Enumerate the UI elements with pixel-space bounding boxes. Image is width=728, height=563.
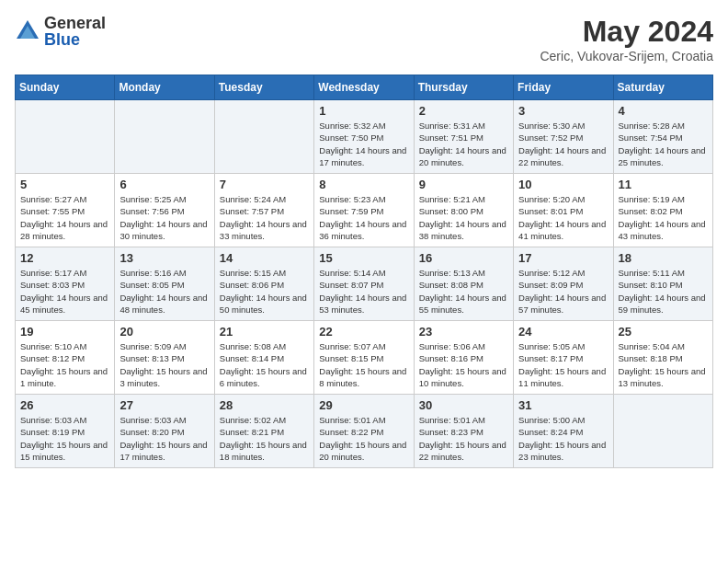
weekday-header-tuesday: Tuesday — [214, 75, 313, 100]
calendar-cell: 13Sunrise: 5:16 AM Sunset: 8:05 PM Dayli… — [115, 247, 214, 321]
calendar-table: SundayMondayTuesdayWednesdayThursdayFrid… — [15, 75, 713, 468]
day-number: 8 — [319, 178, 408, 191]
logo-blue: Blue — [44, 31, 106, 48]
calendar-week-5: 26Sunrise: 5:03 AM Sunset: 8:19 PM Dayli… — [16, 395, 713, 468]
day-number: 1 — [319, 104, 408, 118]
day-number: 22 — [319, 325, 408, 339]
day-info: Sunrise: 5:03 AM Sunset: 8:20 PM Dayligh… — [119, 414, 209, 463]
calendar-cell: 25Sunrise: 5:04 AM Sunset: 8:18 PM Dayli… — [613, 321, 712, 395]
calendar-week-3: 12Sunrise: 5:17 AM Sunset: 8:03 PM Dayli… — [16, 247, 713, 321]
day-info: Sunrise: 5:16 AM Sunset: 8:05 PM Dayligh… — [119, 267, 209, 316]
calendar-body: 1Sunrise: 5:32 AM Sunset: 7:50 PM Daylig… — [16, 100, 713, 468]
day-info: Sunrise: 5:01 AM Sunset: 8:23 PM Dayligh… — [419, 414, 508, 463]
day-number: 14 — [220, 251, 309, 265]
calendar-week-4: 19Sunrise: 5:10 AM Sunset: 8:12 PM Dayli… — [16, 321, 713, 395]
day-number: 13 — [119, 251, 209, 265]
day-number: 2 — [419, 104, 508, 118]
day-number: 19 — [20, 325, 109, 339]
calendar-cell: 5Sunrise: 5:27 AM Sunset: 7:55 PM Daylig… — [16, 174, 115, 247]
day-number: 28 — [220, 398, 309, 412]
calendar-cell: 23Sunrise: 5:06 AM Sunset: 8:16 PM Dayli… — [414, 321, 513, 395]
day-info: Sunrise: 5:31 AM Sunset: 7:51 PM Dayligh… — [419, 120, 508, 168]
logo-text: General Blue — [44, 15, 106, 48]
day-info: Sunrise: 5:30 AM Sunset: 7:52 PM Dayligh… — [518, 120, 608, 168]
day-info: Sunrise: 5:24 AM Sunset: 7:57 PM Dayligh… — [220, 193, 309, 242]
day-number: 16 — [419, 251, 508, 265]
calendar-cell: 29Sunrise: 5:01 AM Sunset: 8:22 PM Dayli… — [314, 395, 414, 468]
calendar-cell: 1Sunrise: 5:32 AM Sunset: 7:50 PM Daylig… — [314, 100, 414, 174]
day-info: Sunrise: 5:21 AM Sunset: 8:00 PM Dayligh… — [419, 193, 508, 242]
day-info: Sunrise: 5:32 AM Sunset: 7:50 PM Dayligh… — [319, 120, 408, 168]
calendar-cell — [115, 100, 214, 174]
day-number: 9 — [419, 178, 508, 191]
day-number: 25 — [619, 325, 708, 339]
day-number: 10 — [518, 178, 608, 191]
calendar-header: SundayMondayTuesdayWednesdayThursdayFrid… — [16, 75, 713, 100]
calendar-cell: 8Sunrise: 5:23 AM Sunset: 7:59 PM Daylig… — [314, 174, 414, 247]
day-info: Sunrise: 5:17 AM Sunset: 8:03 PM Dayligh… — [20, 267, 109, 316]
calendar-cell: 2Sunrise: 5:31 AM Sunset: 7:51 PM Daylig… — [414, 100, 513, 174]
day-number: 6 — [119, 178, 209, 191]
calendar-cell: 30Sunrise: 5:01 AM Sunset: 8:23 PM Dayli… — [414, 395, 513, 468]
day-number: 26 — [20, 398, 109, 412]
day-info: Sunrise: 5:10 AM Sunset: 8:12 PM Dayligh… — [20, 340, 109, 389]
day-info: Sunrise: 5:00 AM Sunset: 8:24 PM Dayligh… — [518, 414, 608, 463]
day-number: 18 — [619, 251, 708, 265]
day-number: 11 — [619, 178, 708, 191]
calendar-cell: 11Sunrise: 5:19 AM Sunset: 8:02 PM Dayli… — [613, 174, 712, 247]
day-number: 23 — [419, 325, 508, 339]
calendar-cell: 31Sunrise: 5:00 AM Sunset: 8:24 PM Dayli… — [514, 395, 613, 468]
calendar-cell: 10Sunrise: 5:20 AM Sunset: 8:01 PM Dayli… — [514, 174, 613, 247]
weekday-header-friday: Friday — [514, 75, 613, 100]
day-info: Sunrise: 5:15 AM Sunset: 8:06 PM Dayligh… — [220, 267, 309, 316]
day-info: Sunrise: 5:27 AM Sunset: 7:55 PM Dayligh… — [20, 193, 109, 242]
day-info: Sunrise: 5:09 AM Sunset: 8:13 PM Dayligh… — [119, 340, 209, 389]
day-number: 20 — [119, 325, 209, 339]
calendar-cell — [16, 100, 115, 174]
day-number: 4 — [619, 104, 708, 118]
weekday-header-sunday: Sunday — [16, 75, 115, 100]
calendar-cell: 12Sunrise: 5:17 AM Sunset: 8:03 PM Dayli… — [16, 247, 115, 321]
calendar-cell: 9Sunrise: 5:21 AM Sunset: 8:00 PM Daylig… — [414, 174, 513, 247]
logo-general: General — [44, 15, 106, 31]
day-number: 27 — [119, 398, 209, 412]
weekday-header-thursday: Thursday — [414, 75, 513, 100]
calendar-week-2: 5Sunrise: 5:27 AM Sunset: 7:55 PM Daylig… — [16, 174, 713, 247]
day-number: 5 — [20, 178, 109, 191]
day-info: Sunrise: 5:12 AM Sunset: 8:09 PM Dayligh… — [518, 267, 608, 316]
day-info: Sunrise: 5:19 AM Sunset: 8:02 PM Dayligh… — [619, 193, 708, 242]
day-info: Sunrise: 5:04 AM Sunset: 8:18 PM Dayligh… — [619, 340, 708, 389]
day-number: 24 — [518, 325, 608, 339]
calendar-title: May 2024 — [540, 15, 713, 49]
calendar-cell: 18Sunrise: 5:11 AM Sunset: 8:10 PM Dayli… — [613, 247, 712, 321]
day-number: 17 — [518, 251, 608, 265]
page-header: General Blue May 2024 Ceric, Vukovar-Sri… — [15, 15, 713, 63]
weekday-header-wednesday: Wednesday — [314, 75, 414, 100]
calendar-cell: 7Sunrise: 5:24 AM Sunset: 7:57 PM Daylig… — [214, 174, 313, 247]
day-number: 3 — [518, 104, 608, 118]
day-number: 21 — [220, 325, 309, 339]
day-info: Sunrise: 5:25 AM Sunset: 7:56 PM Dayligh… — [119, 193, 209, 242]
day-info: Sunrise: 5:01 AM Sunset: 8:22 PM Dayligh… — [319, 414, 408, 463]
day-info: Sunrise: 5:08 AM Sunset: 8:14 PM Dayligh… — [220, 340, 309, 389]
day-info: Sunrise: 5:23 AM Sunset: 7:59 PM Dayligh… — [319, 193, 408, 242]
header-row: SundayMondayTuesdayWednesdayThursdayFrid… — [16, 75, 713, 100]
calendar-cell: 14Sunrise: 5:15 AM Sunset: 8:06 PM Dayli… — [214, 247, 313, 321]
day-info: Sunrise: 5:06 AM Sunset: 8:16 PM Dayligh… — [419, 340, 508, 389]
calendar-cell: 22Sunrise: 5:07 AM Sunset: 8:15 PM Dayli… — [314, 321, 414, 395]
day-info: Sunrise: 5:13 AM Sunset: 8:08 PM Dayligh… — [419, 267, 508, 316]
calendar-week-1: 1Sunrise: 5:32 AM Sunset: 7:50 PM Daylig… — [16, 100, 713, 174]
calendar-cell: 3Sunrise: 5:30 AM Sunset: 7:52 PM Daylig… — [514, 100, 613, 174]
day-number: 12 — [20, 251, 109, 265]
calendar-cell: 28Sunrise: 5:02 AM Sunset: 8:21 PM Dayli… — [214, 395, 313, 468]
day-number: 31 — [518, 398, 608, 412]
calendar-cell: 24Sunrise: 5:05 AM Sunset: 8:17 PM Dayli… — [514, 321, 613, 395]
day-info: Sunrise: 5:11 AM Sunset: 8:10 PM Dayligh… — [619, 267, 708, 316]
title-block: May 2024 Ceric, Vukovar-Srijem, Croatia — [540, 15, 713, 63]
day-number: 29 — [319, 398, 408, 412]
calendar-cell: 26Sunrise: 5:03 AM Sunset: 8:19 PM Dayli… — [16, 395, 115, 468]
calendar-cell — [613, 395, 712, 468]
calendar-cell — [214, 100, 313, 174]
calendar-location: Ceric, Vukovar-Srijem, Croatia — [540, 49, 713, 63]
day-info: Sunrise: 5:03 AM Sunset: 8:19 PM Dayligh… — [20, 414, 109, 463]
